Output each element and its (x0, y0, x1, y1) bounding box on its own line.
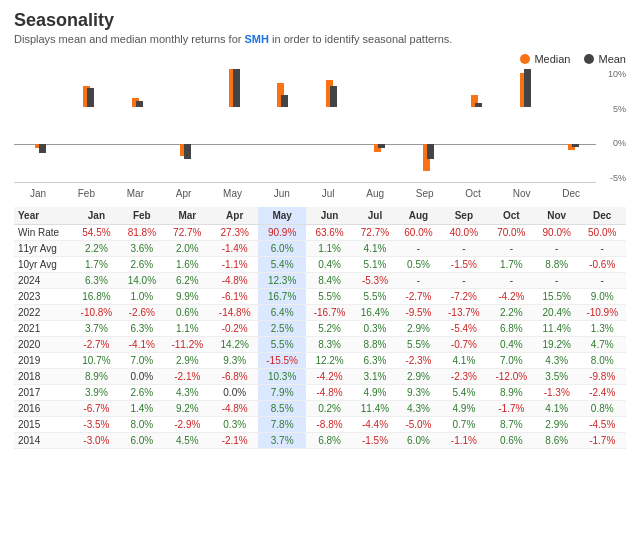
table-row: 2015-3.5%8.0%-2.9%0.3%7.8%-8.8%-4.4%-5.0… (14, 417, 626, 433)
table-body: Win Rate54.5%81.8%72.7%27.3%90.9%63.6%72… (14, 225, 626, 449)
chart-area: 10% 5% 0% -5% JanFebMarAprMayJunJulAugSe… (14, 69, 626, 199)
col-aug: Aug (397, 207, 440, 225)
table-row: 10yr Avg1.7%2.6%1.6%-1.1%5.4%0.4%5.1%0.5… (14, 257, 626, 273)
table-row: 20173.9%2.6%4.3%0.0%7.9%-4.8%4.9%9.3%5.4… (14, 385, 626, 401)
table-row: 2020-2.7%-4.1%-11.2%14.2%5.5%8.3%8.8%5.5… (14, 337, 626, 353)
col-feb: Feb (120, 207, 163, 225)
page-title: Seasonality (14, 10, 626, 31)
table-row: 20246.3%14.0%6.2%-4.8%12.3%8.4%-5.3%----… (14, 273, 626, 289)
col-mar: Mar (164, 207, 211, 225)
median-label: Median (534, 53, 570, 65)
col-apr: Apr (211, 207, 258, 225)
table-row: 201910.7%7.0%2.9%9.3%-15.5%12.2%6.3%-2.3… (14, 353, 626, 369)
chart-legend: Median Mean (14, 53, 626, 65)
col-year: Year (14, 207, 73, 225)
table-row: 202316.8%1.0%9.9%-6.1%16.7%5.5%5.5%-2.7%… (14, 289, 626, 305)
median-dot (520, 54, 530, 64)
table-row: 2014-3.0%6.0%4.5%-2.1%3.7%6.8%-1.5%6.0%-… (14, 433, 626, 449)
y-axis: 10% 5% 0% -5% (600, 69, 626, 183)
ticker-symbol: SMH (245, 33, 269, 45)
col-nov: Nov (535, 207, 578, 225)
col-dec: Dec (578, 207, 626, 225)
table-header-row: Year Jan Feb Mar Apr May Jun Jul Aug Sep… (14, 207, 626, 225)
table-row: Win Rate54.5%81.8%72.7%27.3%90.9%63.6%72… (14, 225, 626, 241)
subtitle-text: Displays mean and median monthly returns… (14, 33, 626, 45)
table-row: 2016-6.7%1.4%9.2%-4.8%8.5%0.2%11.4%4.3%4… (14, 401, 626, 417)
mean-label: Mean (598, 53, 626, 65)
mean-legend: Mean (584, 53, 626, 65)
data-table: Year Jan Feb Mar Apr May Jun Jul Aug Sep… (14, 207, 626, 449)
col-jul: Jul (353, 207, 396, 225)
x-labels: JanFebMarAprMayJunJulAugSepOctNovDec (14, 188, 596, 199)
chart-inner (14, 69, 596, 183)
table-row: 20188.9%0.0%-2.1%-6.8%10.3%-4.2%3.1%2.9%… (14, 369, 626, 385)
main-container: Seasonality Displays mean and median mon… (0, 0, 640, 459)
table-row: 2022-10.8%-2.6%0.6%-14.8%6.4%-16.7%16.4%… (14, 305, 626, 321)
table-row: 11yr Avg2.2%3.6%2.0%-1.4%6.0%1.1%4.1%---… (14, 241, 626, 257)
col-jan: Jan (73, 207, 120, 225)
mean-dot (584, 54, 594, 64)
col-may: May (258, 207, 305, 225)
median-legend: Median (520, 53, 570, 65)
col-sep: Sep (440, 207, 487, 225)
col-oct: Oct (488, 207, 535, 225)
col-jun: Jun (306, 207, 353, 225)
table-row: 20213.7%6.3%1.1%-0.2%2.5%5.2%0.3%2.9%-5.… (14, 321, 626, 337)
